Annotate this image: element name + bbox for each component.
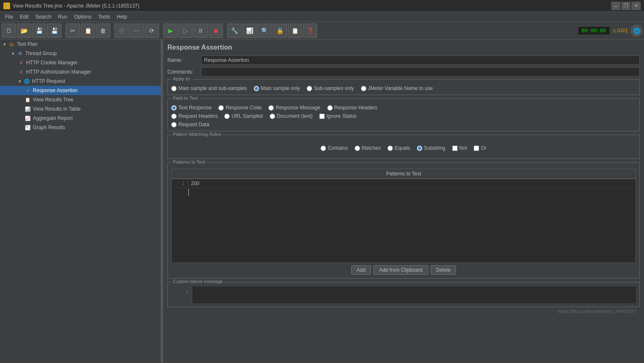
- reset-button[interactable]: ⟳: [145, 24, 159, 38]
- field-text-response-radio[interactable]: [171, 105, 177, 111]
- sidebar-item-view-results-table[interactable]: 📊 View Results in Table: [0, 104, 161, 114]
- log-button[interactable]: 📋: [288, 24, 302, 38]
- field-response-message[interactable]: Response Message: [268, 105, 320, 111]
- add-from-clipboard-button[interactable]: Add from Clipboard: [374, 265, 428, 275]
- rule-contains[interactable]: Contains: [321, 145, 347, 151]
- menu-run[interactable]: Run: [55, 13, 71, 21]
- field-document-text[interactable]: Document (text): [270, 113, 313, 119]
- remove-button[interactable]: ➖: [130, 24, 144, 38]
- sidebar-item-test-plan[interactable]: ▼ 🗂 Test Plan: [0, 40, 161, 49]
- graph-results-icon: 📉: [24, 124, 31, 131]
- apply-main-sub[interactable]: Main sample and sub-samples: [171, 85, 247, 91]
- copy-button[interactable]: 📋: [81, 24, 95, 38]
- field-response-code-radio[interactable]: [218, 105, 224, 111]
- failure-input-area[interactable]: [192, 286, 636, 303]
- http-auth-icon: ✗: [18, 69, 24, 75]
- start-button[interactable]: ▶: [163, 24, 178, 38]
- save-button-toolbar[interactable]: 💾: [32, 24, 46, 38]
- rule-or-checkbox[interactable]: [474, 146, 479, 151]
- rule-not[interactable]: Not: [452, 145, 467, 151]
- new-button[interactable]: 🗋: [2, 24, 16, 38]
- name-input[interactable]: [201, 56, 640, 65]
- comments-label: Comments:: [167, 69, 201, 75]
- menu-file[interactable]: File: [2, 13, 16, 21]
- sidebar-item-aggregate-report[interactable]: 📈 Aggregate Report: [0, 114, 161, 123]
- pause-button[interactable]: ⏸: [193, 24, 208, 38]
- field-response-code[interactable]: Response Code: [218, 105, 262, 111]
- add-button[interactable]: ➕: [114, 24, 129, 38]
- field-response-message-radio[interactable]: [268, 105, 274, 111]
- apply-sub-only[interactable]: Sub-samples only: [307, 85, 354, 91]
- close-button[interactable]: ✕: [631, 2, 641, 10]
- rule-not-checkbox[interactable]: [452, 146, 458, 151]
- apply-sub-only-radio[interactable]: [307, 86, 312, 91]
- custom-failure-section: Custom failure message 1: [167, 282, 640, 307]
- delete-pattern-button[interactable]: Delete: [431, 265, 456, 275]
- sidebar-item-http-auth[interactable]: ✗ HTTP Authorization Manager: [0, 67, 161, 77]
- rule-matches[interactable]: Matches: [355, 145, 381, 151]
- tree-expand-icon-tg: ▼: [11, 51, 15, 56]
- globe-button[interactable]: 🌐: [631, 25, 642, 37]
- rule-matches-radio[interactable]: [355, 146, 360, 151]
- rule-substring-radio[interactable]: [417, 146, 422, 151]
- sidebar-item-http-cookie[interactable]: ✗ HTTP Cookie Manager: [0, 58, 161, 67]
- timer-display: 00:00:00: [578, 27, 610, 34]
- menu-edit[interactable]: Edit: [16, 13, 32, 21]
- help-button[interactable]: ❓: [303, 24, 317, 38]
- rule-substring[interactable]: Substring: [417, 145, 445, 151]
- field-url-sampled[interactable]: URL Sampled: [224, 113, 262, 119]
- rule-contains-radio[interactable]: [321, 146, 326, 151]
- comments-input[interactable]: [201, 67, 640, 77]
- pattern-cursor-linenum: [172, 188, 188, 196]
- http-auth-label: HTTP Authorization Manager: [26, 69, 91, 75]
- sidebar-item-response-assertion[interactable]: ✓ Response Assertion: [0, 86, 161, 95]
- field-request-headers-radio[interactable]: [171, 114, 177, 119]
- ssl-button[interactable]: 🔒: [273, 24, 287, 38]
- apply-main-only-radio[interactable]: [254, 86, 259, 91]
- apply-main-sub-radio[interactable]: [171, 86, 177, 91]
- field-url-sampled-radio[interactable]: [224, 114, 230, 119]
- field-text-response[interactable]: Text Response: [171, 105, 212, 111]
- warning-badge: ⚠ 0 0/1: [612, 28, 628, 34]
- sidebar-item-http-request[interactable]: ▼ 🌐 HTTP Request: [0, 77, 161, 86]
- search-button[interactable]: 🔍: [257, 24, 272, 38]
- menu-options[interactable]: Options: [71, 13, 95, 21]
- restore-button[interactable]: ❐: [621, 2, 631, 10]
- field-request-headers[interactable]: Request Headers: [171, 113, 217, 119]
- rule-or[interactable]: Or: [474, 145, 486, 151]
- sidebar-item-view-results-tree[interactable]: 📋 View Results Tree: [0, 95, 161, 104]
- delete-button[interactable]: 🗑: [96, 24, 110, 38]
- sidebar-item-thread-group[interactable]: ▼ ⚙ Thread Group: [0, 49, 161, 58]
- apply-jmeter-var-radio[interactable]: [361, 86, 366, 91]
- field-to-test-section: Field to Test Text Response Response Cod…: [167, 98, 640, 131]
- start-no-pauses-button[interactable]: ▷: [178, 24, 193, 38]
- toolbar: 🗋 📂 💾 💾 ✂ 📋 🗑 ➕ ➖ ⟳ ▶ ▷ ⏸ ⏹ 🔧 📊 🔍 🔒 📋 ❓ …: [0, 22, 644, 40]
- open-button[interactable]: 📂: [17, 24, 31, 38]
- field-response-headers-radio[interactable]: [327, 105, 333, 111]
- field-request-data[interactable]: Request Data: [171, 122, 209, 127]
- field-response-headers[interactable]: Response Headers: [327, 105, 378, 111]
- stop-button[interactable]: ⏹: [209, 24, 223, 38]
- rule-equals-radio[interactable]: [387, 146, 393, 151]
- cut-button[interactable]: ✂: [66, 24, 80, 38]
- add-pattern-button[interactable]: Add: [351, 265, 371, 275]
- sidebar-item-graph-results[interactable]: 📉 Graph Results: [0, 123, 161, 132]
- save-as-button[interactable]: 💾: [47, 24, 61, 38]
- pattern-cursor-row: [172, 188, 636, 196]
- field-request-data-radio[interactable]: [171, 122, 177, 127]
- apply-jmeter-var[interactable]: JMeter Variable Name to use: [361, 85, 433, 91]
- field-ignore-status[interactable]: Ignore Status: [319, 113, 356, 119]
- rule-equals[interactable]: Equals: [387, 145, 410, 151]
- pattern-matching-rules: Contains Matches Equals Substring: [171, 141, 636, 155]
- templates-button[interactable]: 🔧: [227, 24, 241, 38]
- minimize-button[interactable]: —: [611, 2, 620, 10]
- menu-help[interactable]: Help: [113, 13, 130, 21]
- apply-main-only[interactable]: Main sample only: [254, 85, 300, 91]
- response-assertion-icon: ✓: [24, 87, 31, 94]
- field-document-text-radio[interactable]: [270, 114, 275, 119]
- failure-line-num: 1: [171, 286, 192, 303]
- menu-search[interactable]: Search: [32, 13, 55, 21]
- field-ignore-status-checkbox[interactable]: [319, 114, 325, 119]
- menu-tools[interactable]: Tools: [95, 13, 113, 21]
- aggreg-button[interactable]: 📊: [242, 24, 257, 38]
